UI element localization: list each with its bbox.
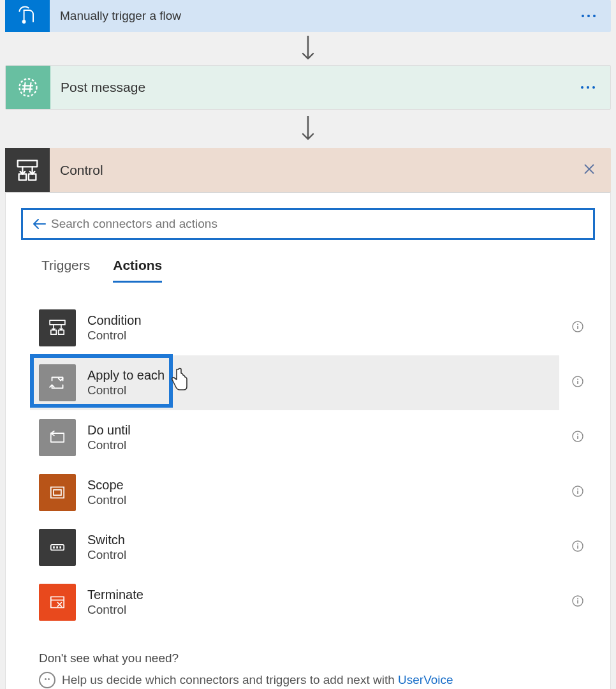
control-icon xyxy=(5,148,50,192)
svg-rect-16 xyxy=(50,320,65,325)
info-icon[interactable] xyxy=(572,376,583,390)
svg-rect-32 xyxy=(54,490,61,496)
action-apply-to-each[interactable]: Apply to each Control xyxy=(39,355,595,410)
step-trigger[interactable]: Manually trigger a flow xyxy=(5,0,611,32)
apply-to-each-icon xyxy=(39,364,76,401)
svg-point-0 xyxy=(22,20,26,24)
search-input[interactable] xyxy=(51,217,587,231)
info-icon[interactable] xyxy=(572,321,583,335)
action-subtitle: Control xyxy=(87,383,165,398)
scope-icon xyxy=(39,474,76,511)
action-subtitle: Control xyxy=(87,328,142,343)
flow-arrow xyxy=(5,32,611,65)
svg-point-34 xyxy=(577,489,578,490)
ellipsis-icon[interactable] xyxy=(582,15,596,17)
svg-point-22 xyxy=(577,324,578,325)
svg-line-4 xyxy=(30,83,31,92)
svg-rect-12 xyxy=(29,174,36,180)
footer-line2-pre: Help us decide which connectors and trig… xyxy=(62,673,398,686)
condition-icon xyxy=(39,309,76,346)
ellipsis-icon[interactable] xyxy=(581,86,595,89)
info-icon[interactable] xyxy=(572,540,583,554)
action-subtitle: Control xyxy=(87,547,126,563)
svg-rect-38 xyxy=(56,546,58,548)
flow-arrow xyxy=(5,110,611,148)
step-control[interactable]: Control xyxy=(5,148,611,193)
action-title: Terminate xyxy=(87,587,143,602)
svg-rect-31 xyxy=(51,487,64,498)
action-condition[interactable]: Condition Control xyxy=(39,300,595,355)
action-title: Scope xyxy=(87,477,126,493)
svg-point-48 xyxy=(577,598,578,600)
svg-rect-37 xyxy=(53,546,55,548)
search-box[interactable] xyxy=(21,208,595,240)
svg-rect-39 xyxy=(59,546,61,548)
smiley-icon xyxy=(39,672,55,688)
action-title: Apply to each xyxy=(87,367,165,383)
uservoice-link[interactable]: UserVoice xyxy=(398,673,453,686)
step-post-message[interactable]: Post message xyxy=(5,65,611,110)
hash-icon xyxy=(6,66,50,109)
step-trigger-title: Manually trigger a flow xyxy=(50,9,582,23)
action-title: Condition xyxy=(87,313,142,328)
svg-point-25 xyxy=(577,379,578,380)
touch-icon xyxy=(5,0,50,32)
svg-point-2 xyxy=(20,79,37,96)
footer-hint: Don't see what you need? Help us decide … xyxy=(6,630,610,689)
svg-line-3 xyxy=(24,83,26,92)
tabs: Triggers Actions xyxy=(6,242,610,283)
svg-rect-20 xyxy=(59,330,64,334)
info-icon[interactable] xyxy=(572,595,583,609)
action-subtitle: Control xyxy=(87,438,131,453)
pointer-cursor-icon xyxy=(169,367,189,395)
action-scope[interactable]: Scope Control xyxy=(39,465,595,520)
back-arrow-icon[interactable] xyxy=(32,216,47,232)
action-terminate[interactable]: Terminate Control xyxy=(39,575,595,630)
close-icon[interactable] xyxy=(583,161,596,179)
action-subtitle: Control xyxy=(87,602,143,618)
info-icon[interactable] xyxy=(572,485,583,500)
tab-actions[interactable]: Actions xyxy=(113,258,162,283)
info-icon[interactable] xyxy=(572,431,583,445)
step-control-title: Control xyxy=(50,163,583,178)
svg-rect-8 xyxy=(18,160,38,167)
action-subtitle: Control xyxy=(87,493,126,508)
action-title: Switch xyxy=(87,532,126,547)
action-picker-panel: Triggers Actions xyxy=(5,193,611,689)
svg-point-29 xyxy=(577,434,578,435)
svg-rect-11 xyxy=(19,174,26,180)
svg-rect-19 xyxy=(51,330,57,334)
step-post-title: Post message xyxy=(50,80,581,95)
terminate-icon xyxy=(39,584,76,621)
action-title: Do until xyxy=(87,422,131,438)
action-switch[interactable]: Switch Control xyxy=(39,520,595,575)
action-do-until[interactable]: Do until Control xyxy=(39,410,595,465)
tab-triggers[interactable]: Triggers xyxy=(41,258,90,283)
do-until-icon xyxy=(39,419,76,456)
switch-icon xyxy=(39,529,76,566)
svg-point-41 xyxy=(577,544,578,545)
footer-line1: Don't see what you need? xyxy=(39,651,595,665)
